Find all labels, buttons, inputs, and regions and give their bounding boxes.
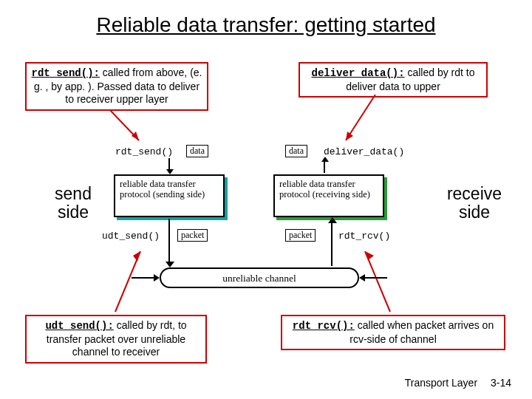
arrow-icon [132, 277, 158, 279]
callout-text: called when packet arrives on rcv-side o… [349, 319, 494, 345]
arrow-icon [324, 158, 325, 173]
unreliable-channel: unreliable channel [160, 267, 359, 288]
pointer-arrow-icon [103, 109, 148, 146]
svg-line-0 [109, 109, 139, 140]
fn-name: rdt_send(): [32, 67, 100, 79]
pointer-arrow-icon [340, 95, 384, 146]
footer-page: 3-14 [491, 377, 511, 389]
svg-line-2 [346, 95, 375, 140]
svg-marker-1 [132, 132, 139, 140]
arrow-icon [168, 219, 170, 266]
rdt-diagram: rdt_send() data data deliver_data() reli… [102, 142, 420, 297]
packet-tag: packet [285, 229, 316, 242]
label-udt-send: udt_send() [102, 231, 160, 242]
data-tag: data [186, 145, 208, 157]
receive-side-label: receive side [440, 185, 508, 222]
arrow-icon [168, 158, 170, 173]
footer-chapter: Transport Layer [405, 377, 477, 389]
arrow-icon [331, 219, 332, 266]
fn-name: udt_send(): [45, 320, 113, 332]
data-tag: data [285, 145, 307, 157]
callout-rdt-rcv: rdt_rcv(): called when packet arrives on… [281, 315, 505, 350]
callout-deliver-data: deliver_data(): called by rdt to deliver… [299, 62, 488, 98]
callout-udt-send: udt_send(): called by rdt, to transfer p… [25, 315, 207, 364]
fn-name: deliver_data(): [312, 67, 405, 79]
label-rdt-rcv: rdt_rcv() [338, 231, 390, 242]
fn-name: rdt_rcv(): [293, 320, 355, 332]
svg-marker-3 [346, 132, 353, 140]
callout-rdt-send: rdt_send(): called from above, (e. g. , … [25, 62, 208, 111]
arrow-icon [361, 277, 387, 279]
label-deliver-data: deliver_data() [324, 146, 404, 157]
slide-footer: Transport Layer 3-14 [405, 377, 511, 389]
proto-box-sending: reliable data transfer protocol (sending… [114, 174, 225, 217]
proto-box-receiving: reliable data transfer protocol (receivi… [273, 174, 384, 217]
packet-tag: packet [177, 229, 208, 242]
label-rdt-send: rdt_send() [115, 146, 173, 157]
send-side-label: send side [47, 185, 99, 222]
slide-title: Reliable data transfer: getting started [0, 13, 532, 37]
